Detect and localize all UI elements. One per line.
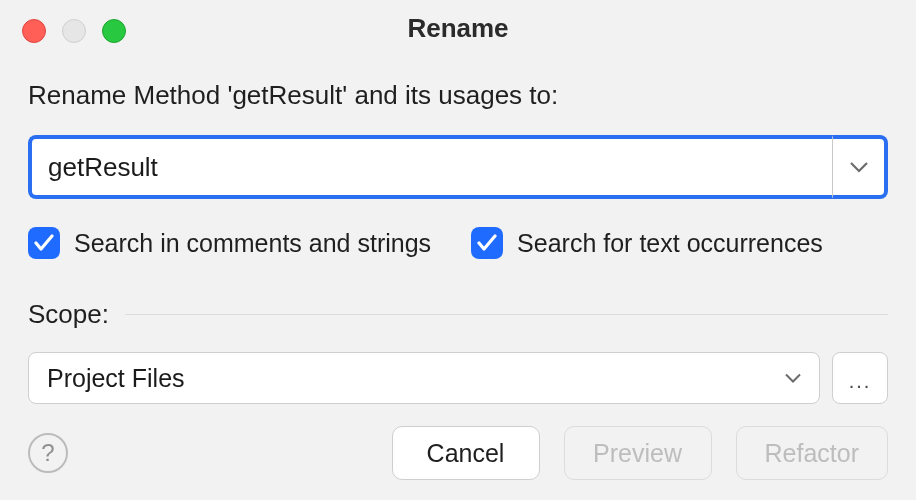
search-text-occurrences-checkbox[interactable]: Search for text occurrences [471,227,823,259]
cancel-button[interactable]: Cancel [392,426,540,480]
zoom-window-button[interactable] [102,19,126,43]
close-window-button[interactable] [22,19,46,43]
rename-input[interactable] [28,135,832,199]
search-comments-checkbox[interactable]: Search in comments and strings [28,227,431,259]
scope-header: Scope: [28,299,888,330]
divider [125,314,888,315]
scope-section: Scope: Project Files ... [28,299,888,404]
scope-more-button[interactable]: ... [832,352,888,404]
checkbox-box [28,227,60,259]
chevron-down-icon [850,161,868,173]
scope-selected-value: Project Files [47,364,185,393]
chevron-down-icon [785,373,801,383]
search-comments-label: Search in comments and strings [74,229,431,258]
minimize-window-button[interactable] [62,19,86,43]
prompt-label: Rename Method 'getResult' and its usages… [28,80,888,111]
rename-field-row [28,135,888,199]
checkbox-box [471,227,503,259]
dialog-content: Rename Method 'getResult' and its usages… [0,56,916,404]
window-controls [22,19,126,43]
help-button[interactable]: ? [28,433,68,473]
options-row: Search in comments and strings Search fo… [28,227,888,259]
checkmark-icon [34,234,54,252]
refactor-button[interactable]: Refactor [736,426,888,480]
search-text-occurrences-label: Search for text occurrences [517,229,823,258]
checkmark-icon [477,234,497,252]
window-title: Rename [407,13,508,44]
button-row: Cancel Preview Refactor [392,426,888,480]
scope-label: Scope: [28,299,109,330]
rename-history-dropdown[interactable] [832,135,888,199]
preview-button[interactable]: Preview [564,426,712,480]
titlebar: Rename [0,0,916,56]
scope-select[interactable]: Project Files [28,352,820,404]
footer: ? Cancel Preview Refactor [28,426,888,480]
help-icon: ? [41,439,54,467]
scope-row: Project Files ... [28,352,888,404]
